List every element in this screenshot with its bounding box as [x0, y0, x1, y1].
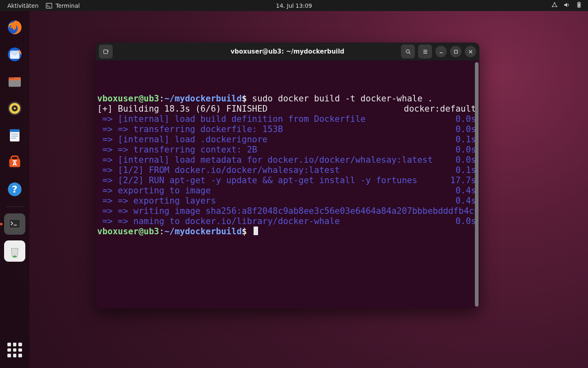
dock-rhythmbox[interactable]	[4, 98, 25, 119]
terminal-window: vboxuser@ub3: ~/mydockerbuild vboxuser@u…	[96, 43, 479, 308]
svg-point-15	[14, 108, 16, 110]
terminal-body[interactable]: vboxuser@ub3:~/mydockerbuild$ sudo docke…	[96, 61, 479, 308]
top-bar: Aktivitäten Terminal 14. Jul 13:09	[0, 0, 588, 11]
search-button[interactable]	[401, 45, 415, 58]
dock-terminal[interactable]	[4, 213, 25, 235]
svg-rect-37	[454, 50, 457, 53]
battery-icon[interactable]	[576, 2, 582, 9]
close-button[interactable]	[465, 46, 476, 57]
active-app-indicator[interactable]: Terminal	[46, 2, 80, 9]
svg-line-32	[409, 52, 410, 54]
svg-rect-19	[11, 136, 18, 137]
network-icon[interactable]	[551, 2, 558, 9]
apps-grid-icon	[7, 343, 22, 357]
svg-rect-26	[9, 219, 20, 228]
svg-point-31	[406, 49, 409, 53]
svg-rect-7	[578, 3, 580, 7]
svg-rect-18	[11, 134, 18, 135]
maximize-button[interactable]	[450, 46, 461, 57]
hamburger-menu-button[interactable]	[418, 45, 432, 58]
volume-icon[interactable]	[564, 2, 570, 9]
terminal-scrollbar[interactable]	[475, 62, 479, 307]
new-tab-button[interactable]	[99, 45, 113, 58]
svg-rect-28	[103, 49, 107, 53]
dock-trash[interactable]	[4, 240, 25, 262]
svg-rect-6	[579, 2, 580, 3]
window-title: vboxuser@ub3: ~/mydockerbuild	[231, 48, 345, 55]
svg-text:A: A	[13, 161, 17, 167]
active-app-name: Terminal	[56, 2, 80, 9]
terminal-icon	[46, 2, 52, 9]
svg-rect-0	[46, 3, 52, 8]
dock-separator	[6, 206, 24, 207]
dock-writer[interactable]	[4, 125, 25, 146]
dock: A ?	[0, 11, 29, 368]
show-applications[interactable]	[4, 339, 25, 361]
dock-help[interactable]: ?	[4, 179, 25, 200]
svg-rect-20	[11, 138, 16, 139]
dock-thunderbird[interactable]	[4, 44, 25, 65]
svg-rect-17	[10, 129, 19, 132]
minimize-button[interactable]	[435, 46, 447, 57]
clock[interactable]: 14. Jul 13:09	[276, 2, 312, 9]
dock-files[interactable]	[4, 71, 25, 92]
terminal-content: vboxuser@ub3:~/mydockerbuild$ sudo docke…	[97, 94, 476, 237]
svg-text:?: ?	[12, 184, 18, 195]
dock-firefox[interactable]	[4, 17, 25, 38]
activities-button[interactable]: Aktivitäten	[7, 2, 38, 9]
terminal-titlebar[interactable]: vboxuser@ub3: ~/mydockerbuild	[96, 43, 479, 61]
dock-software[interactable]: A	[4, 152, 25, 173]
